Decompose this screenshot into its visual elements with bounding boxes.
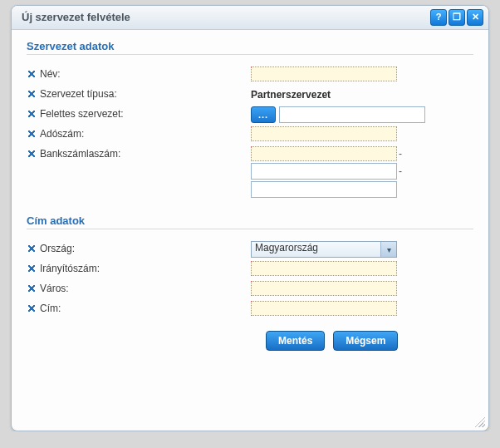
bullet-icon: [28, 111, 35, 117]
orszag-select[interactable]: Magyarország ▾: [251, 241, 397, 258]
bankszamla-input-2[interactable]: [251, 163, 397, 180]
label-tipus: Szervezet típusa:: [27, 86, 251, 100]
bullet-icon: [28, 245, 35, 252]
dialog-window: Új szervezet felvétele ? ❐ ✕ Szervezet a…: [11, 5, 489, 431]
label-cim: Cím:: [27, 301, 251, 314]
titlebar-buttons: ? ❐ ✕: [430, 9, 483, 26]
resize-grip-icon[interactable]: [473, 416, 485, 427]
bullet-icon: [28, 150, 35, 157]
bankszamla-input-1[interactable]: [251, 146, 397, 161]
adoszam-input[interactable]: [251, 126, 397, 141]
bullet-icon: [28, 305, 35, 312]
nev-input[interactable]: [251, 66, 397, 81]
label-adoszam: Adószám:: [27, 126, 251, 140]
chevron-down-icon: ▾: [380, 242, 396, 257]
help-button[interactable]: ?: [430, 9, 447, 26]
bullet-icon: [28, 130, 35, 137]
orszag-select-value: Magyarország: [251, 241, 397, 258]
content-area: Szervezet adatok Név: Szervezet típusa: …: [12, 30, 488, 357]
label-felettes: Felettes szervezet:: [27, 106, 251, 120]
varos-input[interactable]: [251, 281, 397, 296]
tipus-value: Partnerszervezet: [251, 86, 331, 101]
dash-2: -: [399, 165, 402, 177]
bullet-icon: [28, 91, 35, 97]
bullet-icon: [28, 285, 35, 292]
maximize-button[interactable]: ❐: [449, 9, 465, 26]
bullet-icon: [28, 71, 35, 77]
bullet-icon: [28, 265, 35, 272]
felettes-lookup-button[interactable]: ...: [251, 106, 276, 123]
label-varos: Város:: [27, 281, 251, 294]
window-title: Új szervezet felvétele: [22, 6, 130, 29]
dash-1: -: [399, 148, 402, 160]
label-nev: Név:: [27, 66, 251, 80]
titlebar: Új szervezet felvétele ? ❐ ✕: [12, 6, 488, 30]
label-irsz: Irányítószám:: [27, 261, 251, 274]
label-orszag: Ország:: [27, 241, 251, 254]
label-bankszamla: Bankszámlaszám:: [27, 146, 251, 160]
section-cim-title: Cím adatok: [27, 214, 473, 229]
cancel-button[interactable]: Mégsem: [333, 331, 398, 351]
save-button[interactable]: Mentés: [266, 331, 325, 351]
felettes-input[interactable]: [279, 106, 425, 123]
irsz-input[interactable]: [251, 261, 397, 276]
cim-input[interactable]: [251, 301, 397, 316]
bankszamla-input-3[interactable]: [251, 181, 397, 198]
close-button[interactable]: ✕: [467, 9, 483, 26]
section-szervezet-title: Szervezet adatok: [27, 40, 473, 55]
